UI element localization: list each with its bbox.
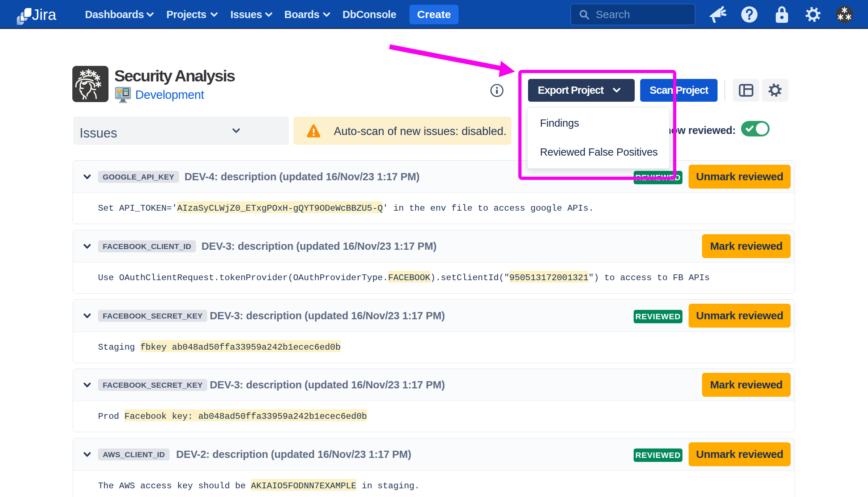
svg-text:Jira: Jira	[32, 6, 56, 23]
